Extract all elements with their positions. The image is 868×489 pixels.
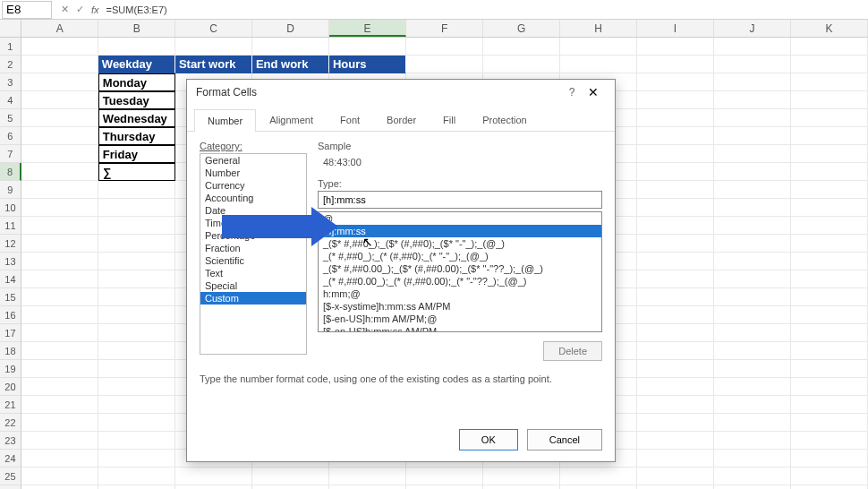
- cell[interactable]: [483, 38, 560, 56]
- type-item[interactable]: _($* #,##0.00_);_($* (#,##0.00);_($* "-"…: [319, 262, 601, 275]
- cell[interactable]: [714, 288, 791, 306]
- cell[interactable]: [329, 38, 406, 56]
- cell[interactable]: [98, 306, 175, 324]
- column-header[interactable]: K: [791, 20, 868, 37]
- cell[interactable]: [98, 235, 175, 253]
- tab-alignment[interactable]: Alignment: [256, 108, 327, 131]
- cell[interactable]: [98, 288, 175, 306]
- cell[interactable]: [714, 396, 791, 414]
- cell[interactable]: Friday: [98, 145, 175, 163]
- row-header[interactable]: 17: [0, 324, 21, 342]
- type-item[interactable]: [$-en-US]h:mm:ss AM/PM: [319, 325, 601, 332]
- row-header[interactable]: 14: [0, 270, 21, 288]
- cell[interactable]: [637, 485, 714, 489]
- cell[interactable]: [637, 288, 714, 306]
- cell[interactable]: Weekday: [98, 56, 175, 73]
- column-header[interactable]: C: [175, 20, 252, 37]
- category-item[interactable]: Date: [200, 204, 306, 217]
- cell[interactable]: [714, 270, 791, 288]
- column-header[interactable]: A: [21, 20, 98, 37]
- cell[interactable]: [637, 468, 714, 485]
- column-header[interactable]: F: [406, 20, 483, 37]
- type-item[interactable]: [$-en-US]h:mm AM/PM;@: [319, 313, 601, 325]
- category-item[interactable]: Custom: [200, 292, 306, 305]
- cell[interactable]: [21, 468, 98, 485]
- cell[interactable]: [637, 235, 714, 253]
- cell[interactable]: [637, 109, 714, 127]
- row-header[interactable]: 26: [0, 485, 21, 489]
- cell[interactable]: [98, 181, 175, 199]
- type-item[interactable]: h:mm;@: [319, 287, 601, 300]
- cell[interactable]: [329, 485, 406, 489]
- cell[interactable]: [714, 360, 791, 378]
- cell[interactable]: [98, 396, 175, 414]
- enter-fx-icon[interactable]: ✓: [76, 4, 84, 15]
- column-header[interactable]: J: [714, 20, 791, 37]
- cell[interactable]: [637, 38, 714, 56]
- tab-font[interactable]: Font: [327, 108, 373, 131]
- cell[interactable]: [560, 485, 637, 489]
- cell[interactable]: [98, 270, 175, 288]
- cell[interactable]: [637, 396, 714, 414]
- cell[interactable]: [714, 414, 791, 432]
- row-header[interactable]: 16: [0, 306, 21, 324]
- cell[interactable]: [21, 378, 98, 396]
- cell[interactable]: [791, 73, 868, 91]
- cell[interactable]: [21, 56, 98, 73]
- category-item[interactable]: General: [200, 154, 306, 167]
- row-header[interactable]: 20: [0, 378, 21, 396]
- cell[interactable]: [637, 360, 714, 378]
- cell[interactable]: [714, 73, 791, 91]
- type-list[interactable]: @[h]:mm:ss_($* #,##0_);_($* (#,##0);_($*…: [318, 211, 602, 332]
- column-header[interactable]: I: [637, 20, 714, 37]
- cell[interactable]: [21, 253, 98, 270]
- cell[interactable]: Hours Worked: [329, 56, 406, 73]
- cell[interactable]: [21, 109, 98, 127]
- cell[interactable]: [483, 56, 560, 73]
- cell[interactable]: [21, 235, 98, 253]
- category-item[interactable]: Fraction: [200, 242, 306, 254]
- cell[interactable]: [791, 253, 868, 270]
- cell[interactable]: [714, 432, 791, 450]
- row-header[interactable]: 5: [0, 109, 21, 127]
- cell[interactable]: [714, 235, 791, 253]
- category-item[interactable]: Accounting: [200, 192, 306, 204]
- category-item[interactable]: Scientific: [200, 254, 306, 267]
- cell[interactable]: [714, 56, 791, 73]
- cell[interactable]: [21, 414, 98, 432]
- cell[interactable]: [791, 109, 868, 127]
- cell[interactable]: [791, 396, 868, 414]
- ok-button[interactable]: OK: [459, 429, 518, 450]
- cell[interactable]: [98, 217, 175, 235]
- cell[interactable]: [714, 127, 791, 145]
- help-icon[interactable]: ?: [563, 86, 581, 99]
- cell[interactable]: [560, 56, 637, 73]
- cell[interactable]: [714, 485, 791, 489]
- cell[interactable]: [637, 199, 714, 217]
- cell[interactable]: [637, 270, 714, 288]
- name-box[interactable]: [2, 1, 52, 19]
- cell[interactable]: [560, 38, 637, 56]
- type-item[interactable]: [$-x-systime]h:mm:ss AM/PM: [319, 300, 601, 313]
- cell[interactable]: [560, 468, 637, 485]
- cell[interactable]: [791, 163, 868, 181]
- cell[interactable]: [175, 485, 252, 489]
- type-item[interactable]: _(* #,##0_);_(* (#,##0);_(* "-"_);_(@_): [319, 250, 601, 262]
- type-item[interactable]: [h]:mm:ss: [319, 225, 601, 237]
- cell[interactable]: [714, 163, 791, 181]
- cell[interactable]: [637, 56, 714, 73]
- cell[interactable]: [637, 145, 714, 163]
- row-header[interactable]: 4: [0, 91, 21, 109]
- cell[interactable]: [714, 181, 791, 199]
- cell[interactable]: [98, 414, 175, 432]
- cell[interactable]: [98, 450, 175, 468]
- cell[interactable]: [791, 450, 868, 468]
- cell[interactable]: [637, 378, 714, 396]
- category-item[interactable]: Currency: [200, 179, 306, 192]
- category-list[interactable]: GeneralNumberCurrencyAccountingDateTimeP…: [200, 153, 307, 355]
- cell[interactable]: [791, 127, 868, 145]
- tab-fill[interactable]: Fill: [430, 108, 469, 131]
- cell[interactable]: [98, 324, 175, 342]
- cell[interactable]: [637, 181, 714, 199]
- cell[interactable]: [791, 360, 868, 378]
